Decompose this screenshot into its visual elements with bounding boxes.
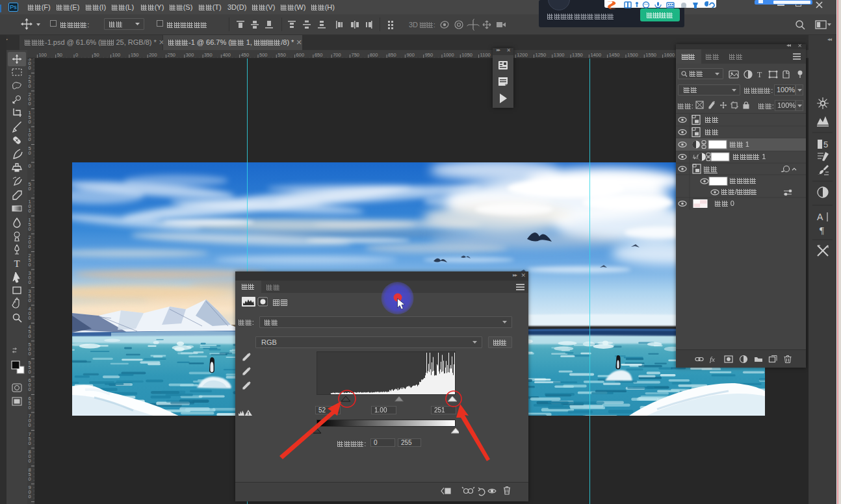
svg-text:1550: 1550 — [645, 52, 656, 58]
svg-text:1600: 1600 — [664, 52, 675, 58]
svg-text:0: 0 — [29, 163, 31, 169]
svg-text:0: 0 — [29, 422, 31, 428]
svg-text:1000: 1000 — [443, 52, 454, 58]
svg-text:250: 250 — [168, 52, 176, 58]
svg-text:0: 0 — [29, 279, 31, 285]
svg-text:1250: 1250 — [536, 52, 547, 58]
svg-text:0: 0 — [29, 440, 31, 446]
svg-text:750: 750 — [352, 52, 360, 58]
svg-text:0: 0 — [29, 315, 31, 321]
svg-text:0: 0 — [29, 136, 31, 142]
svg-text:5: 5 — [823, 140, 828, 149]
svg-text:850: 850 — [388, 52, 396, 58]
svg-text:400: 400 — [222, 52, 231, 58]
svg-text:450: 450 — [241, 52, 250, 58]
svg-text:0: 0 — [29, 208, 31, 214]
svg-text:1350: 1350 — [572, 52, 583, 58]
svg-text:0: 0 — [29, 101, 31, 107]
svg-text:A: A — [817, 212, 823, 222]
svg-text:150: 150 — [131, 52, 139, 58]
svg-text:600: 600 — [296, 52, 305, 58]
svg-text:650: 650 — [315, 52, 323, 58]
svg-text:1300: 1300 — [554, 52, 565, 58]
svg-text:0: 0 — [29, 369, 31, 375]
svg-text:↳f: ↳f — [692, 154, 699, 160]
svg-text:0: 0 — [29, 458, 31, 464]
svg-text:fx: fx — [710, 355, 715, 363]
svg-text:0: 0 — [29, 297, 31, 303]
svg-text:0: 0 — [29, 351, 31, 357]
svg-text:1500: 1500 — [627, 52, 638, 58]
svg-text:0: 0 — [29, 405, 31, 410]
svg-text:0: 0 — [75, 52, 78, 58]
svg-text:T: T — [757, 70, 762, 79]
svg-text:50: 50 — [94, 52, 99, 58]
svg-text:0: 0 — [29, 186, 31, 192]
svg-text:T: T — [14, 258, 19, 269]
svg-text:1100: 1100 — [480, 52, 491, 58]
svg-text:0: 0 — [29, 262, 31, 268]
svg-text:950: 950 — [425, 52, 433, 58]
svg-text:0: 0 — [29, 494, 31, 499]
svg-text:900: 900 — [406, 52, 415, 58]
svg-text:300: 300 — [186, 52, 194, 58]
svg-text:550: 550 — [278, 52, 286, 58]
svg-text:350: 350 — [204, 52, 213, 58]
svg-text:0: 0 — [29, 333, 31, 339]
svg-text:1050: 1050 — [461, 52, 472, 58]
svg-text:0: 0 — [29, 119, 31, 125]
svg-text:700: 700 — [333, 52, 341, 58]
svg-text:0: 0 — [29, 83, 31, 89]
svg-text:50: 50 — [57, 52, 62, 58]
svg-text:200: 200 — [149, 52, 157, 58]
svg-text:800: 800 — [370, 52, 378, 58]
svg-text:0: 0 — [29, 65, 31, 71]
svg-text:1450: 1450 — [609, 52, 620, 58]
svg-text:0: 0 — [29, 476, 31, 482]
svg-text:1200: 1200 — [517, 52, 528, 58]
svg-text:¶: ¶ — [820, 225, 824, 236]
svg-text:0: 0 — [29, 150, 31, 156]
svg-text:500: 500 — [259, 52, 268, 58]
svg-text:1400: 1400 — [590, 52, 601, 58]
svg-text:100: 100 — [38, 52, 47, 58]
svg-text:0: 0 — [29, 244, 31, 249]
svg-text:0: 0 — [29, 386, 31, 392]
svg-text:0: 0 — [29, 226, 31, 232]
svg-text:100: 100 — [112, 52, 121, 58]
